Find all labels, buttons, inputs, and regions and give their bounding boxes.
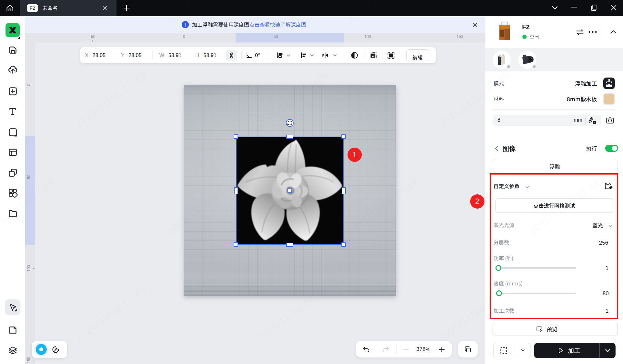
svg-text:A: A [593, 121, 595, 124]
